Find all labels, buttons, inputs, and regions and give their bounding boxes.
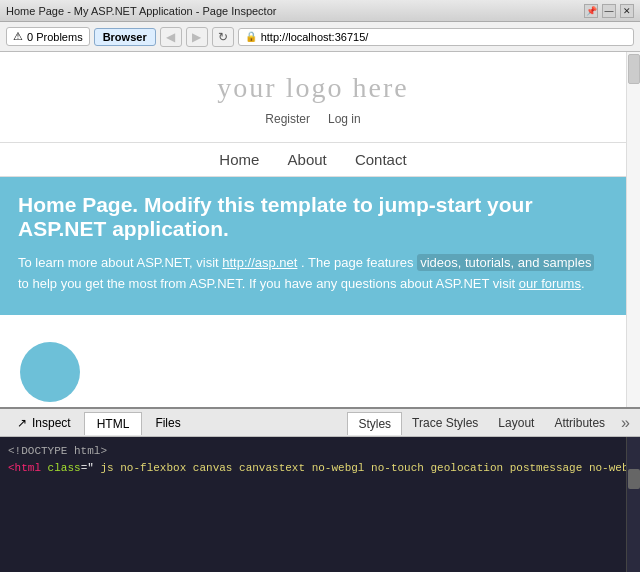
lock-icon: 🔒 bbox=[245, 31, 257, 42]
forward-button[interactable]: ▶ bbox=[186, 27, 208, 47]
tab-styles[interactable]: Styles bbox=[347, 412, 402, 435]
register-link[interactable]: Register bbox=[265, 112, 310, 126]
warning-icon: ⚠ bbox=[13, 30, 23, 43]
problems-badge: ⚠ 0 Problems bbox=[6, 27, 90, 46]
about-nav-link[interactable]: About bbox=[288, 151, 327, 168]
toolbar: ⚠ 0 Problems Browser ◀ ▶ ↻ 🔒 http://loca… bbox=[0, 22, 640, 52]
files-tab-label: Files bbox=[155, 416, 180, 430]
code-scrollbar[interactable] bbox=[626, 437, 640, 572]
page-description: To learn more about ASP.NET, visit http:… bbox=[18, 253, 608, 295]
doctype-text: <!DOCTYPE html> bbox=[8, 445, 107, 457]
tab-attributes[interactable]: Attributes bbox=[544, 412, 615, 434]
title-bar-controls: 📌 — ✕ bbox=[584, 4, 634, 18]
tab-files[interactable]: Files bbox=[142, 411, 193, 434]
cursor-icon: ↗ bbox=[17, 416, 27, 430]
code-line-2: <html class=" js no-flexbox canvas canva… bbox=[8, 460, 618, 477]
close-button[interactable]: ✕ bbox=[620, 4, 634, 18]
aspnet-link[interactable]: http://asp.net bbox=[222, 255, 297, 270]
address-text: http://localhost:36715/ bbox=[261, 31, 369, 43]
tab-layout[interactable]: Layout bbox=[488, 412, 544, 434]
scrollbar-thumb[interactable] bbox=[628, 54, 640, 84]
login-link[interactable]: Log in bbox=[328, 112, 361, 126]
site-auth-links: Register Log in bbox=[10, 112, 616, 126]
tab-html[interactable]: HTML bbox=[84, 412, 143, 435]
site-blue-section: Home Page. Modify this template to jump-… bbox=[0, 177, 626, 315]
site-logo: your logo here bbox=[10, 72, 616, 104]
html-code-pane: <!DOCTYPE html> <html class=" js no-flex… bbox=[0, 437, 626, 572]
class-attr: class bbox=[48, 462, 81, 474]
minimize-button[interactable]: — bbox=[602, 4, 616, 18]
title-bar-left: Home Page - My ASP.NET Application - Pag… bbox=[6, 5, 276, 17]
back-button[interactable]: ◀ bbox=[160, 27, 182, 47]
code-line-1: <!DOCTYPE html> bbox=[8, 443, 618, 460]
highlight-text: videos, tutorials, and samples bbox=[417, 254, 594, 271]
title-bar-text: Home Page - My ASP.NET Application - Pag… bbox=[6, 5, 276, 17]
address-bar[interactable]: 🔒 http://localhost:36715/ bbox=[238, 28, 634, 46]
forums-link[interactable]: our forums bbox=[519, 276, 581, 291]
refresh-button[interactable]: ↻ bbox=[212, 27, 234, 47]
html-tag: <html bbox=[8, 462, 48, 474]
browser-scrollbar[interactable] bbox=[626, 52, 640, 407]
pin-button[interactable]: 📌 bbox=[584, 4, 598, 18]
page-heading: Home Page. Modify this template to jump-… bbox=[18, 193, 608, 241]
site-header: your logo here Register Log in bbox=[0, 52, 626, 142]
title-bar: Home Page - My ASP.NET Application - Pag… bbox=[0, 0, 640, 22]
tab-trace-styles[interactable]: Trace Styles bbox=[402, 412, 488, 434]
blue-circle-decoration bbox=[20, 342, 80, 402]
browser-content: your logo here Register Log in Home Abou… bbox=[0, 52, 640, 407]
collapse-button[interactable]: » bbox=[615, 414, 636, 432]
html-tab-label: HTML bbox=[97, 417, 130, 431]
contact-nav-link[interactable]: Contact bbox=[355, 151, 407, 168]
home-nav-link[interactable]: Home bbox=[219, 151, 259, 168]
site-main-nav: Home About Contact bbox=[0, 142, 626, 177]
problems-count: 0 Problems bbox=[27, 31, 83, 43]
devtools-toolbar: ↗ Inspect HTML Files Styles Trace Styles… bbox=[0, 409, 640, 437]
browser-tab-button[interactable]: Browser bbox=[94, 28, 156, 46]
devtools-right-tabs: Styles Trace Styles Layout Attributes » bbox=[347, 412, 636, 434]
devtools-panel: ↗ Inspect HTML Files Styles Trace Styles… bbox=[0, 407, 640, 572]
tab-inspect[interactable]: ↗ Inspect bbox=[4, 411, 84, 434]
code-scrollbar-thumb[interactable] bbox=[628, 469, 640, 489]
inspect-tab-label: Inspect bbox=[32, 416, 71, 430]
site-content: your logo here Register Log in Home Abou… bbox=[0, 52, 626, 315]
devtools-content: <!DOCTYPE html> <html class=" js no-flex… bbox=[0, 437, 640, 572]
class-value: js no-flexbox canvas canvastext no-webgl… bbox=[94, 462, 626, 474]
